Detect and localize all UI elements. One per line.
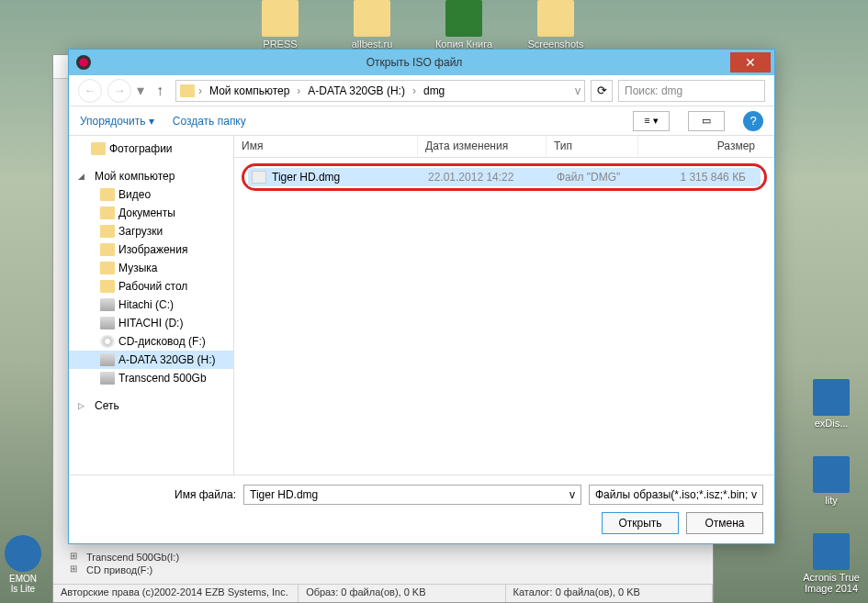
close-button[interactable]: ✕ (730, 52, 771, 73)
tree-item[interactable]: CD привод(F:) (61, 564, 705, 576)
col-name[interactable]: Имя (234, 136, 418, 157)
up-button[interactable]: ↑ (150, 81, 170, 101)
drive-icon (100, 353, 115, 366)
titlebar[interactable]: Открыть ISO файл ✕ (69, 50, 774, 75)
breadcrumb[interactable]: dmg (420, 83, 448, 99)
status-copyright: Авторские права (c)2002-2014 EZB Systems… (53, 585, 299, 602)
nav-item-label: A-DATA 320GB (H:) (118, 353, 216, 366)
drive-icon (100, 317, 115, 329)
desktop-icon[interactable]: Копия Книга (432, 0, 496, 50)
nav-item[interactable]: HITACHI (D:) (69, 314, 233, 332)
tree-item[interactable]: Transcend 500Gb(I:) (61, 551, 705, 564)
breadcrumb[interactable]: Мой компьютер (206, 83, 293, 99)
nav-item-label: Transcend 500Gb (118, 372, 207, 385)
filename-input[interactable]: Tiger HD.dmgv (243, 485, 581, 505)
nav-item[interactable]: Загрузки (69, 222, 233, 240)
col-date[interactable]: Дата изменения (418, 136, 547, 157)
refresh-button[interactable]: ⟳ (591, 80, 613, 102)
col-size[interactable]: Размер (638, 136, 774, 157)
folder-icon (180, 84, 195, 97)
nav-item[interactable]: Изображения (69, 240, 233, 259)
drive-icon (100, 298, 115, 311)
toolbar: Упорядочить ▾ Создать папку ≡ ▾ ▭ ? (69, 106, 774, 136)
file-open-dialog: Открыть ISO файл ✕ ← → ▾ ↑ › Мой компьют… (68, 49, 775, 544)
search-input[interactable]: Поиск: dmg (618, 80, 765, 102)
file-date: 22.01.2012 14:22 (428, 171, 557, 184)
nav-group-network[interactable]: ▷Сеть (69, 396, 233, 415)
nav-item[interactable]: Видео (69, 185, 233, 204)
nav-item-label: CD-дисковод (F:) (118, 335, 206, 348)
preview-pane-button[interactable]: ▭ (688, 111, 725, 131)
nav-item[interactable]: Музыка (69, 259, 233, 277)
nav-item[interactable]: Документы (69, 204, 233, 222)
window-title: Открыть ISO файл (98, 56, 730, 69)
desktop-icon[interactable]: lity (799, 456, 863, 506)
cancel-button[interactable]: Отмена (686, 512, 763, 534)
nav-item[interactable]: CD-дисковод (F:) (69, 332, 233, 351)
desktop-icon[interactable]: Screenshots (524, 0, 588, 50)
nav-item-label: Загрузки (118, 225, 163, 238)
status-bar: Авторские права (c)2002-2014 EZB Systems… (53, 584, 713, 602)
disc-icon (100, 335, 115, 348)
nav-item-label: Документы (118, 207, 175, 219)
nav-item[interactable]: Рабочий стол (69, 277, 233, 296)
nav-item-label: Музыка (118, 262, 157, 274)
nav-item-label: Видео (118, 188, 151, 201)
navigation-bar: ← → ▾ ↑ › Мой компьютер › A-DATA 320GB (… (69, 75, 774, 106)
folder-icon (100, 280, 115, 293)
folder-icon (100, 207, 115, 219)
nav-item[interactable]: Transcend 500Gb (69, 369, 233, 387)
new-folder-button[interactable]: Создать папку (173, 115, 246, 128)
column-headers[interactable]: Имя Дата изменения Тип Размер (234, 136, 774, 158)
filename-label: Имя файла: (80, 488, 236, 501)
annotation-highlight: Tiger HD.dmg 22.01.2012 14:22 Файл "DMG"… (242, 163, 767, 191)
file-name: Tiger HD.dmg (272, 171, 340, 184)
file-type-filter[interactable]: Файлы образы(*.iso;*.isz;*.bin;v (589, 485, 763, 505)
dialog-footer: Имя файла: Tiger HD.dmgv Файлы образы(*.… (69, 475, 774, 543)
folder-icon (100, 243, 115, 256)
open-button[interactable]: Открыть (602, 512, 679, 534)
status-image: Образ: 0 файла(ов), 0 KB (299, 585, 505, 602)
desktop-right-icons: exDis... lity Acronis True Image 2014 (799, 379, 863, 594)
breadcrumb[interactable]: A-DATA 320GB (H:) (304, 83, 409, 99)
nav-item-label: Рабочий стол (118, 280, 187, 293)
desktop-icon[interactable]: allbest.ru (340, 0, 404, 50)
forward-button[interactable]: → (107, 79, 131, 103)
app-icon (76, 55, 91, 70)
file-icon (252, 171, 266, 184)
desktop-icon[interactable]: exDis... (799, 379, 863, 429)
col-type[interactable]: Тип (547, 136, 638, 157)
folder-icon (100, 225, 115, 238)
address-bar[interactable]: › Мой компьютер › A-DATA 320GB (H:) › dm… (175, 80, 585, 102)
file-size: 1 315 846 КБ (648, 171, 757, 184)
file-row[interactable]: Tiger HD.dmg 22.01.2012 14:22 Файл "DMG"… (248, 168, 761, 186)
desktop-left-icon[interactable]: EMON ls Lite (0, 535, 46, 594)
folder-icon (100, 262, 115, 274)
nav-item-label: Hitachi (C:) (118, 298, 174, 311)
navigation-pane[interactable]: Фотографии ◢Мой компьютер ВидеоДокументы… (69, 136, 234, 475)
nav-item-label: Изображения (118, 243, 187, 256)
nav-item[interactable]: A-DATA 320GB (H:) (69, 351, 233, 369)
organize-menu[interactable]: Упорядочить ▾ (80, 115, 154, 128)
file-list-pane: Имя Дата изменения Тип Размер Tiger HD.d… (234, 136, 774, 475)
help-button[interactable]: ? (743, 111, 763, 131)
nav-item-photos[interactable]: Фотографии (69, 140, 233, 158)
view-button[interactable]: ≡ ▾ (633, 111, 670, 131)
nav-item[interactable]: Hitachi (C:) (69, 296, 233, 314)
file-type: Файл "DMG" (557, 171, 648, 184)
status-catalog: Каталог: 0 файла(ов), 0 KB (506, 585, 713, 602)
back-button[interactable]: ← (78, 79, 102, 103)
nav-group-computer[interactable]: ◢Мой компьютер (69, 167, 233, 185)
drive-icon (100, 372, 115, 385)
desktop-top-icons: PRESS allbest.ru Копия Книга Screenshots (248, 0, 588, 50)
folder-icon (100, 188, 115, 201)
nav-item-label: HITACHI (D:) (118, 317, 183, 329)
desktop-icon[interactable]: Acronis True Image 2014 (799, 533, 863, 594)
desktop-icon[interactable]: PRESS (248, 0, 312, 50)
